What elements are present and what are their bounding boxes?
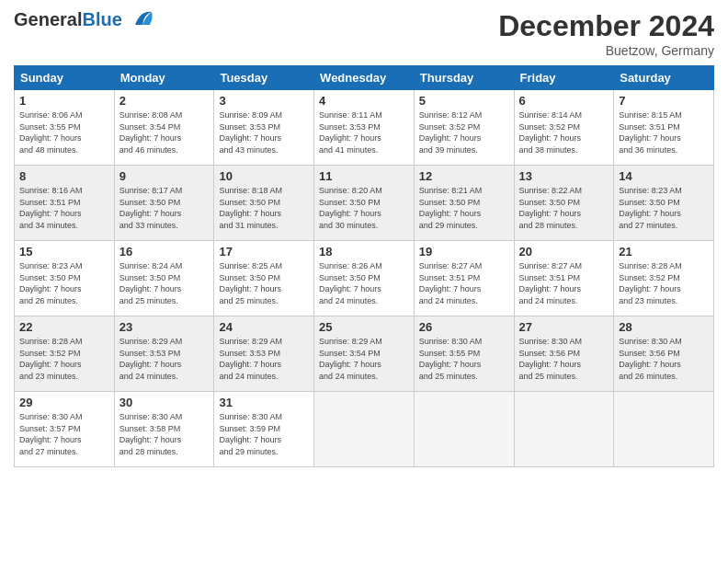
calendar-cell: 18Sunrise: 8:26 AM Sunset: 3:50 PM Dayli… bbox=[314, 241, 415, 316]
calendar-week-2: 8Sunrise: 8:16 AM Sunset: 3:51 PM Daylig… bbox=[15, 166, 714, 241]
calendar-cell: 7Sunrise: 8:15 AM Sunset: 3:51 PM Daylig… bbox=[614, 90, 714, 166]
calendar-cell: 26Sunrise: 8:30 AM Sunset: 3:55 PM Dayli… bbox=[414, 316, 514, 392]
day-number: 11 bbox=[319, 169, 409, 183]
day-info: Sunrise: 8:25 AM Sunset: 3:50 PM Dayligh… bbox=[219, 260, 309, 306]
day-info: Sunrise: 8:28 AM Sunset: 3:52 PM Dayligh… bbox=[619, 260, 709, 306]
day-info: Sunrise: 8:30 AM Sunset: 3:56 PM Dayligh… bbox=[619, 336, 709, 382]
day-info: Sunrise: 8:30 AM Sunset: 3:56 PM Dayligh… bbox=[519, 336, 609, 382]
day-number: 18 bbox=[319, 245, 409, 259]
calendar-cell bbox=[614, 392, 714, 467]
day-info: Sunrise: 8:21 AM Sunset: 3:50 PM Dayligh… bbox=[419, 185, 509, 231]
day-number: 3 bbox=[219, 94, 309, 108]
day-info: Sunrise: 8:30 AM Sunset: 3:55 PM Dayligh… bbox=[419, 336, 509, 382]
calendar-cell: 10Sunrise: 8:18 AM Sunset: 3:50 PM Dayli… bbox=[214, 166, 314, 241]
calendar-cell: 9Sunrise: 8:17 AM Sunset: 3:50 PM Daylig… bbox=[114, 166, 214, 241]
calendar-cell: 25Sunrise: 8:29 AM Sunset: 3:54 PM Dayli… bbox=[314, 316, 415, 392]
title-section: December 2024 Buetzow, Germany bbox=[498, 9, 714, 58]
calendar-cell: 11Sunrise: 8:20 AM Sunset: 3:50 PM Dayli… bbox=[314, 166, 415, 241]
calendar-cell: 22Sunrise: 8:28 AM Sunset: 3:52 PM Dayli… bbox=[15, 316, 115, 392]
calendar-cell: 16Sunrise: 8:24 AM Sunset: 3:50 PM Dayli… bbox=[114, 241, 214, 316]
day-number: 21 bbox=[619, 245, 709, 259]
logo-text: GeneralBlue bbox=[14, 9, 122, 30]
day-info: Sunrise: 8:08 AM Sunset: 3:54 PM Dayligh… bbox=[119, 109, 210, 155]
day-info: Sunrise: 8:23 AM Sunset: 3:50 PM Dayligh… bbox=[619, 185, 709, 231]
day-number: 17 bbox=[219, 245, 309, 259]
day-info: Sunrise: 8:16 AM Sunset: 3:51 PM Dayligh… bbox=[19, 185, 109, 231]
calendar-cell: 31Sunrise: 8:30 AM Sunset: 3:59 PM Dayli… bbox=[214, 392, 314, 467]
day-info: Sunrise: 8:22 AM Sunset: 3:50 PM Dayligh… bbox=[519, 185, 609, 231]
calendar-cell: 30Sunrise: 8:30 AM Sunset: 3:58 PM Dayli… bbox=[114, 392, 214, 467]
calendar-cell: 12Sunrise: 8:21 AM Sunset: 3:50 PM Dayli… bbox=[414, 166, 514, 241]
day-info: Sunrise: 8:24 AM Sunset: 3:50 PM Dayligh… bbox=[119, 260, 210, 306]
calendar-cell: 6Sunrise: 8:14 AM Sunset: 3:52 PM Daylig… bbox=[514, 90, 614, 166]
weekday-friday: Friday bbox=[514, 66, 614, 90]
calendar-week-1: 1Sunrise: 8:06 AM Sunset: 3:55 PM Daylig… bbox=[15, 90, 714, 166]
day-info: Sunrise: 8:15 AM Sunset: 3:51 PM Dayligh… bbox=[619, 109, 709, 155]
day-info: Sunrise: 8:27 AM Sunset: 3:51 PM Dayligh… bbox=[419, 260, 509, 306]
day-number: 28 bbox=[619, 320, 709, 334]
calendar-cell: 23Sunrise: 8:29 AM Sunset: 3:53 PM Dayli… bbox=[114, 316, 214, 392]
day-number: 19 bbox=[419, 245, 509, 259]
day-number: 31 bbox=[219, 396, 309, 409]
day-number: 27 bbox=[519, 320, 609, 334]
calendar-cell bbox=[514, 392, 614, 467]
day-info: Sunrise: 8:27 AM Sunset: 3:51 PM Dayligh… bbox=[519, 260, 609, 306]
day-info: Sunrise: 8:29 AM Sunset: 3:53 PM Dayligh… bbox=[219, 336, 309, 382]
day-number: 26 bbox=[419, 320, 509, 334]
day-number: 5 bbox=[419, 94, 509, 108]
calendar-cell: 27Sunrise: 8:30 AM Sunset: 3:56 PM Dayli… bbox=[514, 316, 614, 392]
day-number: 7 bbox=[619, 94, 709, 108]
day-info: Sunrise: 8:29 AM Sunset: 3:53 PM Dayligh… bbox=[119, 336, 210, 382]
weekday-tuesday: Tuesday bbox=[214, 66, 314, 90]
day-info: Sunrise: 8:11 AM Sunset: 3:53 PM Dayligh… bbox=[319, 109, 409, 155]
page-container: GeneralBlue December 2024 Buetzow, Germa… bbox=[0, 0, 728, 563]
calendar-cell: 4Sunrise: 8:11 AM Sunset: 3:53 PM Daylig… bbox=[314, 90, 415, 166]
day-number: 23 bbox=[119, 320, 210, 334]
calendar-week-3: 15Sunrise: 8:23 AM Sunset: 3:50 PM Dayli… bbox=[15, 241, 714, 316]
logo-icon bbox=[126, 8, 155, 29]
month-title: December 2024 bbox=[498, 9, 714, 43]
weekday-sunday: Sunday bbox=[15, 66, 115, 90]
calendar-cell: 20Sunrise: 8:27 AM Sunset: 3:51 PM Dayli… bbox=[514, 241, 614, 316]
day-number: 1 bbox=[19, 94, 109, 108]
calendar-cell bbox=[414, 392, 514, 467]
day-number: 6 bbox=[519, 94, 609, 108]
day-info: Sunrise: 8:26 AM Sunset: 3:50 PM Dayligh… bbox=[319, 260, 409, 306]
day-number: 14 bbox=[619, 169, 709, 183]
calendar-cell: 2Sunrise: 8:08 AM Sunset: 3:54 PM Daylig… bbox=[114, 90, 214, 166]
day-number: 24 bbox=[219, 320, 309, 334]
day-number: 29 bbox=[19, 396, 109, 409]
day-info: Sunrise: 8:18 AM Sunset: 3:50 PM Dayligh… bbox=[219, 185, 309, 231]
day-info: Sunrise: 8:29 AM Sunset: 3:54 PM Dayligh… bbox=[319, 336, 409, 382]
calendar-cell: 14Sunrise: 8:23 AM Sunset: 3:50 PM Dayli… bbox=[614, 166, 714, 241]
day-info: Sunrise: 8:28 AM Sunset: 3:52 PM Dayligh… bbox=[19, 336, 109, 382]
calendar-cell: 24Sunrise: 8:29 AM Sunset: 3:53 PM Dayli… bbox=[214, 316, 314, 392]
logo: GeneralBlue bbox=[14, 9, 155, 30]
calendar-cell: 21Sunrise: 8:28 AM Sunset: 3:52 PM Dayli… bbox=[614, 241, 714, 316]
calendar-cell: 29Sunrise: 8:30 AM Sunset: 3:57 PM Dayli… bbox=[15, 392, 115, 467]
day-number: 25 bbox=[319, 320, 409, 334]
day-info: Sunrise: 8:30 AM Sunset: 3:59 PM Dayligh… bbox=[219, 411, 309, 457]
day-number: 15 bbox=[19, 245, 109, 259]
location: Buetzow, Germany bbox=[498, 43, 714, 58]
day-number: 13 bbox=[519, 169, 609, 183]
calendar-cell: 15Sunrise: 8:23 AM Sunset: 3:50 PM Dayli… bbox=[15, 241, 115, 316]
calendar: SundayMondayTuesdayWednesdayThursdayFrid… bbox=[14, 65, 714, 467]
calendar-cell: 3Sunrise: 8:09 AM Sunset: 3:53 PM Daylig… bbox=[214, 90, 314, 166]
calendar-cell: 28Sunrise: 8:30 AM Sunset: 3:56 PM Dayli… bbox=[614, 316, 714, 392]
day-info: Sunrise: 8:20 AM Sunset: 3:50 PM Dayligh… bbox=[319, 185, 409, 231]
weekday-thursday: Thursday bbox=[414, 66, 514, 90]
calendar-week-4: 22Sunrise: 8:28 AM Sunset: 3:52 PM Dayli… bbox=[15, 316, 714, 392]
day-info: Sunrise: 8:30 AM Sunset: 3:58 PM Dayligh… bbox=[119, 411, 210, 457]
day-info: Sunrise: 8:14 AM Sunset: 3:52 PM Dayligh… bbox=[519, 109, 609, 155]
day-info: Sunrise: 8:12 AM Sunset: 3:52 PM Dayligh… bbox=[419, 109, 509, 155]
day-number: 12 bbox=[419, 169, 509, 183]
day-number: 9 bbox=[119, 169, 210, 183]
header: GeneralBlue December 2024 Buetzow, Germa… bbox=[14, 9, 714, 58]
calendar-cell: 1Sunrise: 8:06 AM Sunset: 3:55 PM Daylig… bbox=[15, 90, 115, 166]
calendar-cell: 17Sunrise: 8:25 AM Sunset: 3:50 PM Dayli… bbox=[214, 241, 314, 316]
day-info: Sunrise: 8:09 AM Sunset: 3:53 PM Dayligh… bbox=[219, 109, 309, 155]
day-info: Sunrise: 8:17 AM Sunset: 3:50 PM Dayligh… bbox=[119, 185, 210, 231]
calendar-cell: 13Sunrise: 8:22 AM Sunset: 3:50 PM Dayli… bbox=[514, 166, 614, 241]
calendar-week-5: 29Sunrise: 8:30 AM Sunset: 3:57 PM Dayli… bbox=[15, 392, 714, 467]
